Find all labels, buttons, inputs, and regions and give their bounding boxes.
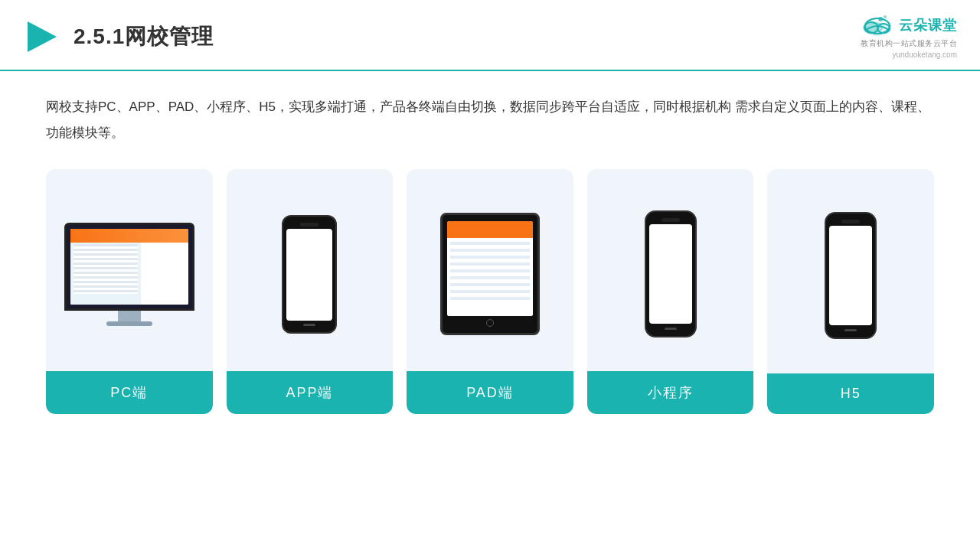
h5-phone-mock <box>825 212 877 339</box>
card-pad-image <box>407 169 573 371</box>
page-body: 网校支持PC、APP、PAD、小程序、H5，实现多端打通，产品各终端自由切换，数… <box>0 71 980 429</box>
card-app-label: APP端 <box>227 371 394 414</box>
card-pc-image <box>46 169 213 371</box>
cloud-icon <box>861 14 894 37</box>
page-description: 网校支持PC、APP、PAD、小程序、H5，实现多端打通，产品各终端自由切换，数… <box>46 94 934 146</box>
card-pc: PC端 <box>46 169 213 414</box>
card-h5-image <box>767 169 934 373</box>
logo-area: 云朵课堂 教育机构一站式服务云平台 yunduoketang.com <box>861 14 957 59</box>
app-phone-mock <box>282 215 337 334</box>
svg-point-6 <box>878 17 883 21</box>
header-left: 2.5.1网校管理 <box>23 18 214 55</box>
miniprogram-phone-mock <box>645 210 697 337</box>
card-h5: H5 <box>767 169 934 414</box>
logo-cloud: 云朵课堂 <box>861 14 957 37</box>
card-miniprogram-label: 小程序 <box>587 371 754 414</box>
card-h5-label: H5 <box>767 373 934 414</box>
play-icon <box>23 18 60 55</box>
pad-tablet-mock <box>440 213 540 335</box>
page-header: 2.5.1网校管理 云朵课堂 教育机构一站式服务云平台 yunduoketang… <box>0 0 980 71</box>
logo-tagline: 教育机构一站式服务云平台 <box>861 38 957 49</box>
card-miniprogram: 小程序 <box>587 169 754 414</box>
svg-marker-0 <box>28 21 57 52</box>
card-pad: PAD端 <box>407 169 573 414</box>
page-title: 2.5.1网校管理 <box>74 22 214 51</box>
card-app-image <box>227 169 394 371</box>
pc-monitor-mock <box>64 223 194 326</box>
card-pc-label: PC端 <box>46 371 213 414</box>
card-app: APP端 <box>227 169 394 414</box>
card-pad-label: PAD端 <box>407 371 573 414</box>
logo-url: yunduoketang.com <box>892 51 957 59</box>
platform-cards: PC端 APP端 <box>46 169 934 414</box>
logo-text: 云朵课堂 <box>899 16 957 34</box>
card-miniprogram-image <box>587 169 754 371</box>
svg-point-7 <box>884 15 887 18</box>
